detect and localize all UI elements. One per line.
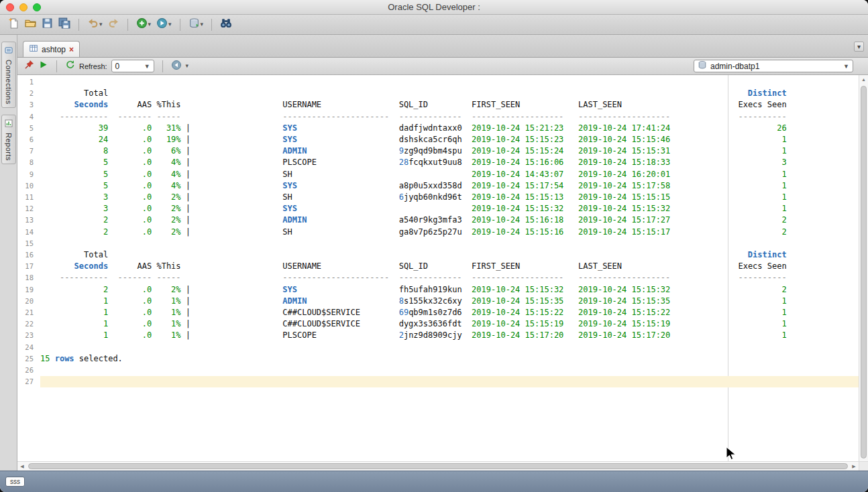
save-all-button[interactable] — [57, 16, 72, 33]
toolbar-separator — [162, 60, 163, 72]
editor-line[interactable]: 2 .0 2% | SYS fh5ufah919kun 2019-10-24 1… — [40, 284, 868, 296]
scroll-right-arrow-icon[interactable]: ▶ — [849, 464, 859, 469]
window-title: Oracle SQL Developer : — [388, 2, 480, 12]
add-connection-dropdown-arrow: ▾ — [148, 21, 152, 27]
horizontal-scroll-thumb[interactable] — [28, 463, 848, 469]
connections-icon — [5, 45, 13, 57]
editor-line[interactable]: ---------- ------- ----- ---------------… — [40, 272, 868, 284]
editor-line[interactable]: 1 .0 1% | ADMIN 8s155kx32c6xy 2019-10-24… — [40, 296, 868, 307]
sidebar-tab-connections[interactable]: Connections — [1, 42, 16, 108]
zoom-window-button[interactable] — [33, 3, 41, 11]
editor-line[interactable]: 1 .0 1% | C##CLOUD$SERVICE dygx3s3636fdt… — [40, 318, 868, 330]
scroll-up-arrow-icon[interactable]: ▲ — [859, 75, 868, 84]
sidebar-tab-label: Connections — [5, 60, 13, 105]
save-icon — [42, 17, 53, 32]
editor-line[interactable]: 24 .0 19% | SYS dshskca5cr6qh 2019-10-24… — [40, 134, 868, 145]
refresh-interval-select[interactable]: 0 ▼ — [111, 60, 154, 72]
minimize-window-button[interactable] — [19, 3, 28, 11]
editor-line[interactable]: 1 .0 1% | C##CLOUD$SERVICE 69qb9m1s0z7d6… — [40, 307, 868, 318]
editor-line[interactable] — [40, 342, 868, 353]
chevron-down-icon: ▼ — [144, 63, 150, 70]
status-bar: sss — [0, 471, 868, 492]
tab-label: ashtop — [42, 45, 66, 54]
database-dropdown-arrow: ▾ — [201, 21, 204, 27]
editor-line[interactable]: Seconds AAS %This USERNAME SQL_ID FIRST_… — [40, 99, 868, 111]
editor-line[interactable]: 8 .0 6% | ADMIN 9zg9qd9bm4spu 2019-10-24… — [40, 145, 868, 157]
editor-line[interactable]: Total Distinct — [40, 88, 868, 99]
editor-line[interactable]: ---------- ------- ----- ---------------… — [40, 111, 868, 123]
vertical-scroll-thumb[interactable] — [861, 86, 867, 458]
refresh-label: Refresh: — [79, 62, 107, 70]
open-file-button[interactable] — [23, 16, 38, 33]
connection-name: admin-dbatp1 — [710, 62, 759, 71]
new-file-button[interactable] — [7, 16, 21, 33]
app-window: Oracle SQL Developer : — [0, 0, 868, 492]
status-badge: sss — [5, 477, 25, 487]
save-all-icon — [58, 17, 70, 32]
side-tab-strip: Connections Reports — [0, 35, 17, 471]
redo-icon — [108, 17, 119, 32]
undo-icon — [87, 17, 99, 32]
editor-line[interactable]: 3 .0 2% | SYS 2019-10-24 15:15:32 2019-1… — [40, 203, 868, 214]
connection-select[interactable]: admin-dbatp1 ▼ — [694, 60, 853, 72]
script-output-editor[interactable]: 1234567891011121314151617181920212223242… — [17, 75, 868, 471]
line-number-gutter[interactable]: 1234567891011121314151617181920212223242… — [17, 75, 38, 471]
connection-database-icon — [698, 60, 707, 72]
sidebar-tab-reports[interactable]: Reports — [1, 115, 16, 164]
editor-line[interactable]: 5 .0 4% | PLSCOPE 28fcqkxut9uu8 2019-10-… — [40, 157, 868, 168]
vertical-scrollbar[interactable]: ▲ — [859, 75, 868, 461]
tab-close-icon[interactable]: × — [69, 46, 74, 54]
editor-line[interactable] — [40, 376, 868, 387]
toolbar-separator — [78, 19, 79, 31]
database-commit-button[interactable]: ▾ — [187, 16, 205, 33]
add-connection-button[interactable]: ▾ — [135, 16, 153, 33]
pin-button[interactable] — [24, 60, 34, 72]
worksheet-grid-icon — [29, 44, 38, 56]
worksheet-toolbar: Refresh: 0 ▼ ▾ admin-dbatp1 ▼ — [17, 58, 868, 75]
editor-line[interactable]: Total Distinct — [40, 249, 868, 261]
editor-line[interactable]: 1 .0 1% | PLSCOPE 2jnz9d8909cjy 2019-10-… — [40, 330, 868, 341]
back-dropdown-arrow[interactable]: ▾ — [186, 63, 189, 69]
main-toolbar: ▾ ▾ ▾ ▾ — [0, 15, 868, 35]
add-connection-icon — [136, 17, 148, 32]
new-file-icon — [8, 17, 19, 32]
reports-icon — [5, 118, 13, 130]
editor-line[interactable] — [40, 76, 868, 88]
redo-button[interactable] — [107, 16, 121, 33]
open-folder-icon — [25, 17, 36, 32]
navigate-icon — [156, 17, 168, 32]
editor-line[interactable]: 15 rows selected. — [40, 353, 868, 365]
editor-line[interactable] — [40, 238, 868, 249]
titlebar: Oracle SQL Developer : — [0, 0, 868, 15]
chevron-down-icon: ▼ — [843, 63, 849, 70]
database-icon — [188, 17, 200, 32]
undo-dropdown-arrow: ▾ — [99, 21, 103, 27]
search-binoculars-icon — [220, 17, 232, 32]
editor-line[interactable]: 5 .0 4% | SYS a8p0u5xxd358d 2019-10-24 1… — [40, 180, 868, 192]
toolbar-separator — [56, 60, 57, 72]
toolbar-separator — [127, 19, 128, 31]
editor-line[interactable]: 39 .0 31% | SYS dadfjwdntaxx0 2019-10-24… — [40, 123, 868, 134]
search-button[interactable] — [219, 16, 233, 33]
back-navigation-button[interactable] — [171, 60, 182, 73]
navigate-button[interactable]: ▾ — [155, 16, 173, 33]
editor-line[interactable]: Seconds AAS %This USERNAME SQL_ID FIRST_… — [40, 261, 868, 272]
undo-button[interactable]: ▾ — [86, 16, 104, 33]
run-script-button[interactable] — [38, 60, 48, 72]
editor-text[interactable]: Total Distinct Seconds AAS %This USERN — [38, 75, 868, 471]
editor-line[interactable]: 3 .0 2% | SH 6jyqb60nkd96t 2019-10-24 15… — [40, 192, 868, 203]
tab-list-dropdown[interactable]: ▾ — [854, 42, 864, 52]
editor-line[interactable]: 5 .0 4% | SH 2019-10-24 14:43:07 2019-10… — [40, 169, 868, 180]
scroll-left-arrow-icon[interactable]: ◀ — [17, 464, 27, 469]
editor-line[interactable]: 2 .0 2% | ADMIN a540r9kg3mfa3 2019-10-24… — [40, 214, 868, 226]
editor-line[interactable]: 2 .0 2% | SH ga8v7p6z5p27u 2019-10-24 15… — [40, 227, 868, 238]
close-window-button[interactable] — [6, 3, 14, 11]
save-button[interactable] — [40, 16, 54, 33]
navigate-dropdown-arrow: ▾ — [168, 21, 172, 27]
editor-line[interactable] — [40, 365, 868, 376]
toolbar-separator — [180, 19, 180, 31]
toolbar-separator — [211, 19, 212, 31]
refresh-value: 0 — [115, 62, 120, 71]
tab-ashtop[interactable]: ashtop × — [23, 41, 80, 57]
horizontal-scrollbar[interactable]: ◀ ▶ — [17, 461, 859, 471]
